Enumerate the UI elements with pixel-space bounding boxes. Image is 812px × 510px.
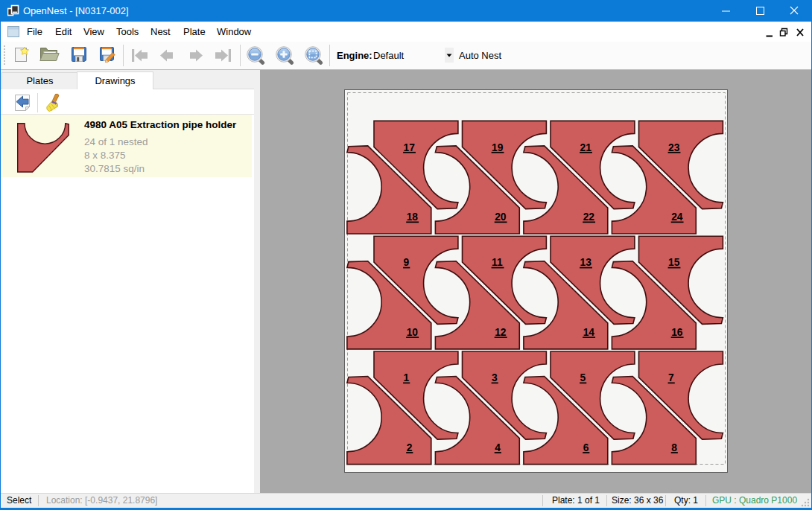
svg-text:2: 2 — [407, 442, 413, 453]
svg-text:5: 5 — [580, 372, 586, 383]
svg-text:21: 21 — [580, 142, 592, 153]
svg-text:13: 13 — [580, 257, 592, 268]
svg-text:20: 20 — [495, 211, 507, 223]
svg-text:7: 7 — [668, 372, 674, 383]
svg-text:10: 10 — [407, 327, 419, 338]
svg-text:22: 22 — [583, 211, 595, 223]
svg-text:4: 4 — [495, 442, 501, 453]
svg-text:23: 23 — [668, 142, 680, 153]
svg-text:24: 24 — [671, 211, 683, 223]
svg-text:15: 15 — [668, 257, 680, 268]
svg-text:6: 6 — [583, 442, 589, 453]
svg-text:17: 17 — [404, 142, 416, 153]
svg-text:11: 11 — [492, 257, 503, 268]
svg-text:18: 18 — [407, 211, 419, 223]
svg-text:12: 12 — [495, 327, 507, 338]
svg-text:3: 3 — [492, 372, 498, 383]
svg-text:14: 14 — [583, 327, 595, 338]
svg-text:1: 1 — [404, 372, 410, 383]
svg-text:16: 16 — [671, 327, 683, 338]
svg-text:19: 19 — [492, 142, 504, 153]
svg-text:8: 8 — [671, 442, 677, 453]
svg-text:9: 9 — [404, 257, 410, 268]
